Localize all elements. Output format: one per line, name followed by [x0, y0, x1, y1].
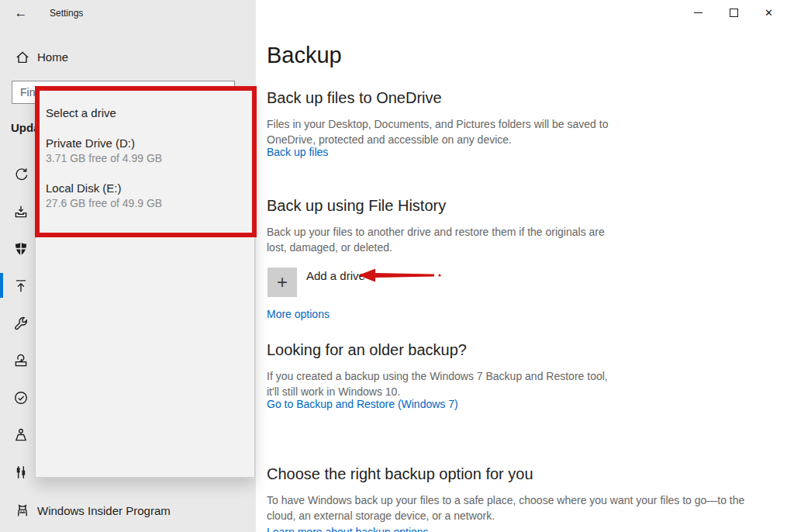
sidebar-item-label: Home — [37, 50, 68, 64]
drive-option-local-e[interactable]: Local Disk (E:) 27.6 GB free of 49.9 GB — [36, 180, 256, 216]
settings-window: ← Settings Home Update & Security Window… — [0, 0, 787, 532]
drive-name: Private Drive (D:) — [46, 136, 135, 150]
backup-icon[interactable] — [12, 278, 29, 295]
windows-insider-icon — [14, 502, 31, 519]
home-icon — [14, 49, 31, 66]
section-description-choose-option: To have Windows back up your files to a … — [267, 492, 755, 523]
back-button[interactable]: ← — [9, 3, 33, 23]
app-title: Settings — [50, 8, 83, 19]
section-description-onedrive: Files in your Desktop, Documents, and Pi… — [267, 116, 612, 147]
page-title: Backup — [267, 43, 342, 68]
more-options-link[interactable]: More options — [267, 308, 330, 320]
section-heading-older-backup: Looking for an older backup? — [267, 341, 467, 359]
back-arrow-icon: ← — [15, 5, 28, 21]
maximize-button[interactable] — [716, 0, 751, 25]
troubleshoot-icon[interactable] — [12, 315, 29, 332]
drive-free-space: 27.6 GB free of 49.9 GB — [46, 197, 162, 209]
recovery-icon[interactable] — [12, 352, 29, 369]
sidebar-item-label: Windows Insider Program — [37, 504, 171, 517]
add-drive-label[interactable]: Add a drive — [306, 269, 365, 282]
maximize-icon — [730, 9, 738, 17]
minimize-icon — [694, 12, 702, 13]
back-up-files-link[interactable]: Back up files — [267, 146, 328, 158]
sidebar-item-windows-insider[interactable]: Windows Insider Program — [0, 499, 256, 523]
for-developers-icon[interactable] — [12, 464, 29, 481]
delivery-optimization-icon[interactable] — [12, 203, 29, 220]
selected-item-accent-bar — [0, 273, 3, 298]
close-button[interactable]: ✕ — [751, 0, 786, 25]
section-heading-choose-option: Choose the right backup option for you — [267, 465, 533, 483]
section-heading-onedrive: Back up files to OneDrive — [267, 89, 442, 107]
learn-more-link[interactable]: Learn more about backup options — [267, 526, 429, 532]
section-description-file-history: Back up your files to another drive and … — [267, 224, 612, 255]
minimize-button[interactable] — [681, 0, 716, 25]
select-drive-flyout: Select a drive Private Drive (D:) 3.71 G… — [35, 88, 255, 478]
drive-free-space: 3.71 GB free of 4.99 GB — [46, 152, 162, 164]
add-drive-button[interactable]: + — [268, 268, 297, 297]
close-icon: ✕ — [765, 7, 773, 19]
go-to-backup-restore-link[interactable]: Go to Backup and Restore (Windows 7) — [267, 398, 458, 410]
section-description-older-backup: If you created a backup using the Window… — [267, 368, 620, 399]
find-my-device-icon[interactable] — [12, 427, 29, 444]
plus-icon: + — [277, 271, 288, 293]
windows-update-icon[interactable] — [12, 166, 29, 183]
sidebar-item-home[interactable]: Home — [0, 47, 256, 70]
drive-name: Local Disk (E:) — [46, 181, 122, 195]
main-content: Backup Back up files to OneDrive Files i… — [256, 0, 787, 532]
drive-option-private-d[interactable]: Private Drive (D:) 3.71 GB free of 4.99 … — [36, 135, 256, 171]
activation-icon[interactable] — [12, 389, 29, 406]
flyout-title: Select a drive — [46, 106, 116, 119]
section-heading-file-history: Back up using File History — [267, 197, 446, 215]
windows-security-icon[interactable] — [12, 240, 29, 257]
